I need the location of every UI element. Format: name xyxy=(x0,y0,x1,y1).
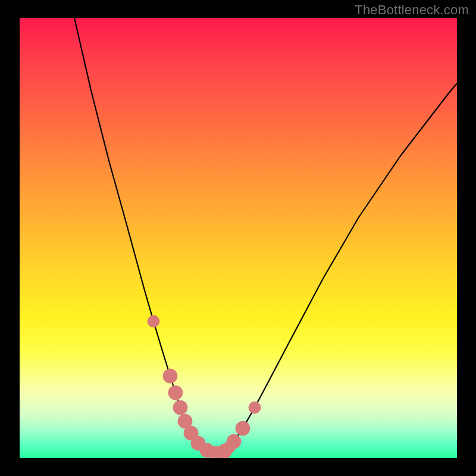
curve-marker xyxy=(148,315,159,327)
curve-marker xyxy=(236,421,250,436)
bottleneck-curve-path xyxy=(74,18,457,453)
chart-frame: TheBottleneck.com xyxy=(0,0,476,476)
curve-marker xyxy=(173,400,187,415)
curve-marker xyxy=(163,369,177,383)
marker-group xyxy=(148,315,261,458)
curve-marker xyxy=(227,434,241,449)
curve-marker xyxy=(168,386,183,400)
watermark-label: TheBottleneck.com xyxy=(355,2,469,18)
curve-marker xyxy=(249,402,261,414)
curve-svg xyxy=(20,18,457,458)
plot-area xyxy=(20,18,457,458)
